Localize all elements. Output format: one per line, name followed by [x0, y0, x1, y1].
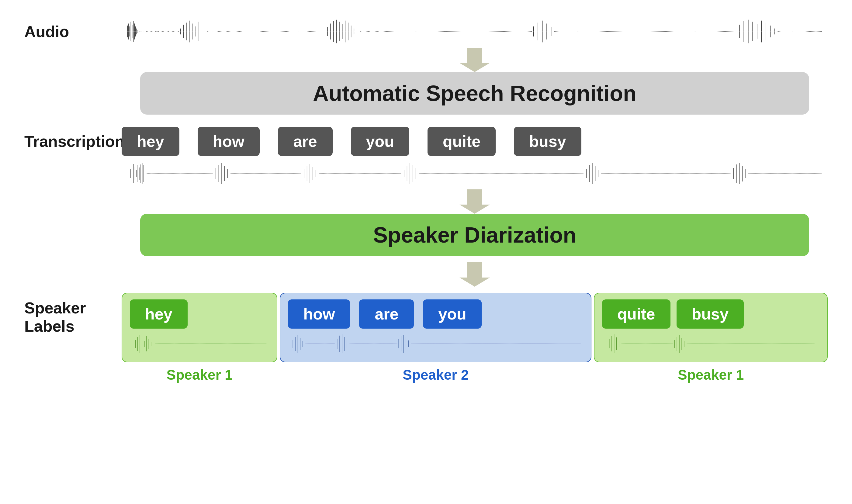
chip-quite-transcription: quite	[427, 127, 496, 156]
arrow-4-container	[24, 262, 828, 287]
speaker2-inner: how are you	[280, 293, 591, 362]
chip-busy-transcription: busy	[514, 127, 581, 156]
diarization-box: Speaker Diarization	[140, 214, 809, 256]
speaker1-block-left: hey Speaker 1	[122, 293, 277, 383]
audio-label: Audio	[24, 22, 122, 41]
speaker2-label: Speaker 2	[403, 366, 468, 383]
asr-box: Automatic Speech Recognition	[140, 72, 809, 114]
audio-waveform-container	[122, 18, 828, 45]
audio-waveform	[122, 18, 828, 45]
chip-you-speaker: you	[423, 300, 481, 329]
asr-box-container: Automatic Speech Recognition	[24, 72, 828, 114]
speaker-blocks-container: hey Speaker 1 how	[122, 293, 828, 383]
speaker1-waveform-left	[130, 333, 269, 355]
svg-marker-98	[459, 48, 490, 72]
speaker-labels-label: Speaker Labels	[24, 293, 122, 335]
speaker1-chips-right: quite busy	[602, 300, 819, 329]
transcription-chips: hey how are you quite busy	[122, 127, 828, 156]
chip-are-transcription: are	[278, 127, 333, 156]
chip-how-transcription: how	[198, 127, 260, 156]
chip-quite-speaker: quite	[602, 300, 670, 329]
chip-how-speaker: how	[288, 300, 350, 329]
arrow-3-container	[24, 190, 828, 214]
chip-you-transcription: you	[351, 127, 409, 156]
main-diagram: Audio	[0, 0, 852, 504]
chip-busy-speaker: busy	[677, 300, 744, 329]
arrow-3	[459, 190, 490, 214]
diarization-box-container: Speaker Diarization	[24, 214, 828, 256]
arrow-4	[459, 262, 490, 287]
chip-hey-transcription: hey	[122, 127, 179, 156]
speaker1-waveform-right	[602, 333, 819, 355]
chip-hey-speaker: hey	[130, 300, 188, 329]
speaker1-block-right: quite busy Speaker 1	[594, 293, 828, 383]
speaker1-label-left: Speaker 1	[167, 366, 233, 383]
audio-row: Audio	[24, 18, 828, 45]
svg-marker-171	[459, 190, 490, 214]
asr-label: Automatic Speech Recognition	[313, 81, 636, 106]
speaker1-chips-left: hey	[130, 300, 269, 329]
speaker2-block: how are you	[280, 293, 591, 383]
speaker1-inner-right: quite busy	[594, 293, 828, 362]
speaker1-label-right: Speaker 1	[678, 366, 744, 383]
arrow-1-container	[24, 48, 828, 72]
transcription-waveform-container	[122, 161, 828, 187]
speaker-labels-row: Speaker Labels hey Speaker	[24, 293, 828, 383]
arrow-1	[459, 48, 490, 72]
chip-are-speaker: are	[359, 300, 414, 329]
svg-marker-172	[459, 262, 490, 287]
speaker1-inner-left: hey	[122, 293, 277, 362]
transcription-label: Transcription	[24, 132, 122, 150]
speaker2-waveform	[288, 333, 583, 355]
transcription-row: Transcription hey how are you quite busy	[24, 127, 828, 156]
transcription-waveform-row	[24, 162, 828, 186]
transcription-waveform	[122, 161, 828, 186]
speaker2-chips: how are you	[288, 300, 583, 329]
diarization-label: Speaker Diarization	[373, 222, 576, 248]
